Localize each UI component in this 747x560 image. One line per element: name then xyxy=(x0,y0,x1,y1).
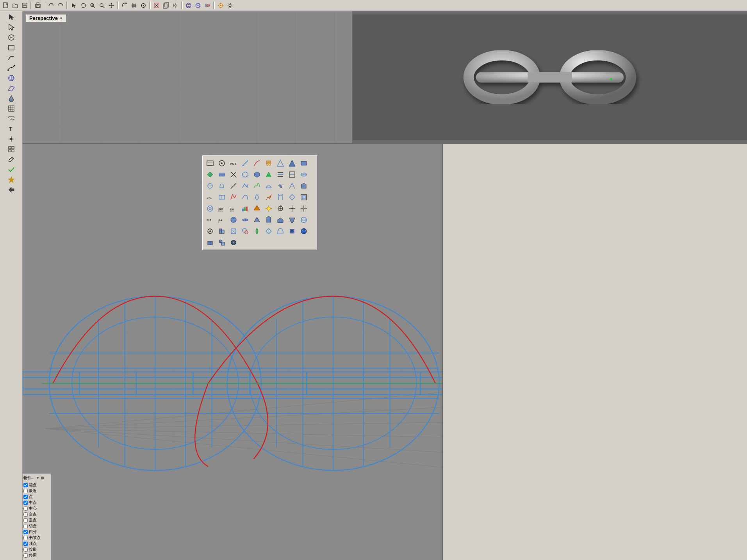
snap-checkbox-交点[interactable] xyxy=(23,512,28,517)
snap-checkbox-中心[interactable] xyxy=(23,506,28,511)
palette-icon-51[interactable] xyxy=(275,214,286,225)
palette-icon-44[interactable] xyxy=(298,203,309,214)
toolbar-snap-toggle[interactable] xyxy=(139,1,148,10)
palette-icon-41[interactable] xyxy=(263,203,274,214)
palette-icon-25[interactable] xyxy=(287,180,298,191)
palette-icon-20[interactable] xyxy=(228,180,239,191)
palette-icon-47[interactable] xyxy=(228,214,239,225)
palette-icon-43[interactable] xyxy=(287,203,298,214)
palette-icon-14[interactable] xyxy=(263,169,274,180)
palette-icon-37[interactable]: 315DEG xyxy=(216,203,227,214)
toolbar-copy-tool[interactable] xyxy=(162,1,170,10)
palette-icon-5[interactable]: SQU xyxy=(263,158,274,169)
toolbar-cylinder[interactable] xyxy=(194,1,202,10)
left-tool-mesh[interactable] xyxy=(2,104,21,113)
toolbar-mirror[interactable] xyxy=(171,1,180,10)
palette-icon-22[interactable] xyxy=(251,180,262,191)
toolbar-pan[interactable] xyxy=(107,1,116,10)
palette-icon-40[interactable] xyxy=(251,203,262,214)
palette-icon-48[interactable] xyxy=(240,214,251,225)
snap-filter-icon[interactable]: ▼ xyxy=(36,476,39,480)
perspective-label[interactable]: Perspective ▼ xyxy=(26,14,66,22)
toolbar-sphere[interactable] xyxy=(184,1,193,10)
palette-icon-64[interactable] xyxy=(216,237,227,248)
left-tool-star[interactable] xyxy=(2,175,21,184)
palette-icon-0[interactable] xyxy=(205,158,216,169)
palette-icon-38[interactable]: 3.1DEG xyxy=(228,203,239,214)
toolbar-zoom-window[interactable] xyxy=(88,1,97,10)
palette-icon-19[interactable] xyxy=(216,180,227,191)
toolbar-undo[interactable] xyxy=(47,1,55,10)
palette-icon-36[interactable] xyxy=(205,203,216,214)
snap-checkbox-切点[interactable] xyxy=(23,524,28,528)
snap-checkbox-停用[interactable] xyxy=(23,553,28,558)
left-tool-text[interactable]: T xyxy=(2,124,21,134)
palette-icon-21[interactable] xyxy=(240,180,251,191)
palette-icon-42[interactable] xyxy=(275,203,286,214)
palette-icon-54[interactable] xyxy=(205,226,216,237)
palette-icon-16[interactable] xyxy=(287,169,298,180)
palette-icon-46[interactable]: 3.1S xyxy=(216,214,227,225)
perspective-viewport[interactable]: Perspective ▼ xyxy=(23,11,353,144)
palette-icon-27[interactable]: 2+1 xyxy=(205,192,216,203)
palette-icon-63[interactable] xyxy=(205,237,216,248)
palette-icon-35[interactable] xyxy=(298,192,309,203)
palette-icon-52[interactable] xyxy=(287,214,298,225)
left-tool-grid2[interactable] xyxy=(2,144,21,154)
palette-icon-3[interactable] xyxy=(240,158,251,169)
palette-icon-12[interactable] xyxy=(240,169,251,180)
snap-options-icon[interactable]: ⊞ xyxy=(41,476,44,480)
palette-icon-18[interactable] xyxy=(205,180,216,191)
toolbar-render-icon[interactable] xyxy=(216,1,225,10)
palette-icon-53[interactable] xyxy=(298,214,309,225)
snap-checkbox-四分[interactable] xyxy=(23,530,28,534)
palette-icon-60[interactable] xyxy=(275,226,286,237)
toolbar-new[interactable] xyxy=(2,1,10,10)
left-tool-nurbs[interactable] xyxy=(2,63,21,73)
palette-icon-24[interactable] xyxy=(275,180,286,191)
palette-icon-45[interactable]: 315 xyxy=(205,214,216,225)
left-tool-solid[interactable] xyxy=(2,94,21,103)
snap-checkbox-端点[interactable] xyxy=(23,483,28,487)
palette-icon-32[interactable] xyxy=(263,192,274,203)
palette-icon-26[interactable] xyxy=(298,180,309,191)
left-tool-arrow[interactable] xyxy=(2,185,21,194)
left-tool-point3[interactable] xyxy=(2,134,21,144)
palette-icon-65[interactable] xyxy=(228,237,239,248)
snap-checkbox-顶点[interactable] xyxy=(23,542,28,546)
palette-icon-4[interactable] xyxy=(251,158,262,169)
palette-icon-62[interactable] xyxy=(298,226,309,237)
palette-icon-11[interactable] xyxy=(228,169,239,180)
palette-icon-30[interactable] xyxy=(240,192,251,203)
palette-icon-39[interactable] xyxy=(240,203,251,214)
snap-checkbox-书节点[interactable] xyxy=(23,536,28,540)
toolbar-zoom-extent[interactable] xyxy=(98,1,106,10)
palette-icon-28[interactable] xyxy=(216,192,227,203)
palette-icon-9[interactable] xyxy=(205,169,216,180)
left-tool-check[interactable] xyxy=(2,165,21,174)
toolbar-redo[interactable] xyxy=(56,1,65,10)
palette-icon-56[interactable] xyxy=(228,226,239,237)
palette-icon-49[interactable] xyxy=(251,214,262,225)
snap-checkbox-中点[interactable] xyxy=(23,501,28,505)
left-tool-dimension[interactable]: dim xyxy=(2,114,21,123)
palette-icon-34[interactable] xyxy=(287,192,298,203)
palette-icon-8[interactable] xyxy=(298,158,309,169)
toolbar-lasso[interactable] xyxy=(79,1,87,10)
left-tool-3d-obj[interactable] xyxy=(2,73,21,83)
palette-icon-2[interactable]: POT xyxy=(228,158,239,169)
palette-icon-50[interactable] xyxy=(263,214,274,225)
palette-icon-15[interactable] xyxy=(275,169,286,180)
palette-icon-1[interactable] xyxy=(216,158,227,169)
toolbar-rotate[interactable] xyxy=(120,1,129,10)
rendered-viewport[interactable] xyxy=(353,11,747,144)
palette-icon-58[interactable] xyxy=(251,226,262,237)
palette-icon-59[interactable] xyxy=(263,226,274,237)
left-tool-edit[interactable] xyxy=(2,155,21,164)
toolbar-settings-icon[interactable] xyxy=(226,1,234,10)
palette-icon-55[interactable] xyxy=(216,226,227,237)
snap-checkbox-最近[interactable] xyxy=(23,489,28,493)
left-tool-point2[interactable] xyxy=(2,23,21,32)
toolbar-print[interactable] xyxy=(34,1,42,10)
left-tool-curve[interactable] xyxy=(2,53,21,62)
